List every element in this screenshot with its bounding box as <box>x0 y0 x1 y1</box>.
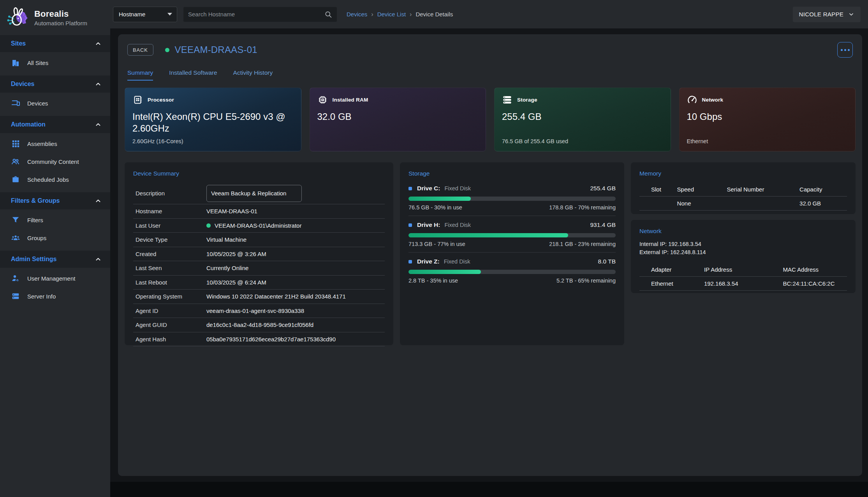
device-details-panel: BACK VEEAM-DRAAS-01 Summary Installed So… <box>118 34 862 476</box>
summary-row-device-type: Device Type Virtual Machine <box>133 233 385 247</box>
breadcrumb-device-list[interactable]: Device List <box>377 11 406 18</box>
back-button[interactable]: BACK <box>127 44 153 56</box>
network-card: Network 10 Gbps Ethernet <box>679 88 856 151</box>
tab-activity-history[interactable]: Activity History <box>233 69 273 81</box>
summary-row-agent-hash: Agent Hash 05ba0e7935171d626ecea29b27d7a… <box>133 332 385 347</box>
sidebar-section-filters-groups[interactable]: Filters & Groups <box>0 192 110 209</box>
brand-logo-row: Borealis Automation Platform <box>0 0 110 35</box>
grid-icon <box>11 139 20 148</box>
drive-usage-bar <box>408 233 616 237</box>
drive-usage-bar <box>408 197 616 201</box>
section-label: Devices <box>11 81 35 88</box>
search-field-select-value: Hostname <box>119 11 145 18</box>
storage-icon <box>502 95 512 105</box>
section-label: Filters & Groups <box>11 197 60 204</box>
bottom-strip <box>110 482 868 497</box>
sidebar-item-scheduled-jobs[interactable]: Scheduled Jobs <box>0 170 110 188</box>
ram-icon <box>317 95 328 105</box>
storage-panel-title: Storage <box>408 170 616 177</box>
drive-bullet-icon <box>408 187 412 190</box>
summary-row-created: Created 10/05/2025 @ 3:26 AM <box>133 247 385 262</box>
sidebar-section-sites[interactable]: Sites <box>0 35 110 52</box>
more-actions-button[interactable] <box>837 42 853 58</box>
search-field-select[interactable]: Hostname <box>113 7 177 22</box>
user-name: NICOLE RAPPE <box>799 11 843 18</box>
right-column: Memory Slot Speed Serial Number Capacity <box>631 162 856 345</box>
app-root: Borealis Automation Platform Sites All S… <box>0 0 868 497</box>
sidebar-item-label: Community Content <box>27 158 79 165</box>
chevron-up-icon <box>95 197 102 204</box>
tab-summary[interactable]: Summary <box>127 69 153 81</box>
online-status-dot <box>165 48 169 52</box>
stat-cards: Processor Intel(R) Xeon(R) CPU E5-2690 v… <box>125 88 856 151</box>
summary-row-description: Description <box>133 183 385 204</box>
sidebar: Borealis Automation Platform Sites All S… <box>0 0 110 497</box>
memory-panel: Memory Slot Speed Serial Number Capacity <box>631 162 856 214</box>
adapter-row: Ethernet 192.168.3.54 BC:24:11:CA:C6:2C <box>639 277 847 291</box>
user-online-dot <box>206 223 211 228</box>
card-label: Installed RAM <box>333 97 368 103</box>
processor-card: Processor Intel(R) Xeon(R) CPU E5-2690 v… <box>125 88 301 151</box>
chevron-up-icon <box>95 256 102 263</box>
search-icon[interactable] <box>324 11 332 18</box>
sidebar-item-label: User Management <box>27 275 75 282</box>
topbar: Hostname Devices › Device List › Device … <box>110 0 868 28</box>
sidebar-item-user-management[interactable]: User Management <box>0 269 110 287</box>
drive-c-row: Drive C: Fixed Disk 255.4 GB 76.5 GB - 3… <box>408 183 616 216</box>
storage-footer: 76.5 GB of 255.4 GB used <box>502 138 663 144</box>
card-label: Processor <box>148 97 174 103</box>
summary-row-hostname: Hostname VEEAM-DRAAS-01 <box>133 204 385 219</box>
sidebar-item-label: Filters <box>27 217 43 223</box>
summary-row-last-reboot: Last Reboot 10/03/2025 @ 6:24 AM <box>133 276 385 290</box>
chevron-down-icon <box>848 11 854 18</box>
card-label: Network <box>702 97 724 103</box>
search-input[interactable] <box>188 11 324 18</box>
device-name-title: VEEAM-DRAAS-01 <box>175 44 257 55</box>
briefcase-icon <box>11 175 20 184</box>
building-icon <box>11 58 20 67</box>
sidebar-item-assemblies[interactable]: Assemblies <box>0 135 110 153</box>
sidebar-item-label: Devices <box>27 100 48 107</box>
sidebar-section-devices[interactable]: Devices <box>0 76 110 93</box>
storage-card: Storage 255.4 GB 76.5 GB of 255.4 GB use… <box>494 88 671 151</box>
chevron-up-icon <box>95 81 102 88</box>
section-label: Automation <box>11 121 46 128</box>
drive-bullet-icon <box>408 260 412 263</box>
sidebar-item-all-sites[interactable]: All Sites <box>0 54 110 72</box>
memory-table: Slot Speed Serial Number Capacity <box>639 183 847 211</box>
brand-text: Borealis Automation Platform <box>34 9 87 26</box>
sidebar-item-label: Scheduled Jobs <box>27 176 69 183</box>
drive-usage-bar <box>408 270 616 274</box>
sidebar-section-admin-settings[interactable]: Admin Settings <box>0 251 110 268</box>
network-panel: Network Internal IP: 192.168.3.54 Extern… <box>631 220 856 293</box>
drive-bullet-icon <box>408 223 412 227</box>
sidebar-item-server-info[interactable]: Server Info <box>0 287 110 305</box>
caret-down-icon <box>167 13 172 16</box>
sidebar-item-filters[interactable]: Filters <box>0 211 110 229</box>
summary-row-agent-id: Agent ID veeam-draas-01-agent-svc-8930a3… <box>133 304 385 318</box>
installed-ram-card: Installed RAM 32.0 GB <box>310 88 486 151</box>
card-label: Storage <box>517 97 537 103</box>
sidebar-nav: Sites All Sites Devices <box>0 35 110 309</box>
rabbit-logo-icon <box>5 5 29 30</box>
breadcrumb-devices[interactable]: Devices <box>347 11 367 18</box>
sidebar-item-label: All Sites <box>27 60 48 66</box>
user-menu-button[interactable]: NICOLE RAPPE <box>793 7 861 22</box>
gauge-icon <box>687 95 697 105</box>
memory-row: None 32.0 GB <box>639 197 847 211</box>
device-summary-title: Device Summary <box>133 170 385 177</box>
sidebar-section-automation[interactable]: Automation <box>0 116 110 133</box>
device-summary-panel: Device Summary Description Hostname VEEA… <box>125 162 393 345</box>
storage-value: 255.4 GB <box>502 111 663 123</box>
sidebar-item-groups[interactable]: Groups <box>0 229 110 247</box>
user-gear-icon <box>11 274 20 283</box>
tab-installed-software[interactable]: Installed Software <box>169 69 217 81</box>
sidebar-item-devices[interactable]: Devices <box>0 94 110 112</box>
description-input[interactable] <box>206 185 302 202</box>
device-header: BACK VEEAM-DRAAS-01 <box>125 42 856 58</box>
summary-row-operating-system: Operating System Windows 10 2022 Datacen… <box>133 290 385 304</box>
sidebar-item-community-content[interactable]: Community Content <box>0 153 110 170</box>
brand-name: Borealis <box>34 9 87 19</box>
ellipsis-icon <box>841 49 843 51</box>
content-area: BACK VEEAM-DRAAS-01 Summary Installed So… <box>110 28 868 482</box>
